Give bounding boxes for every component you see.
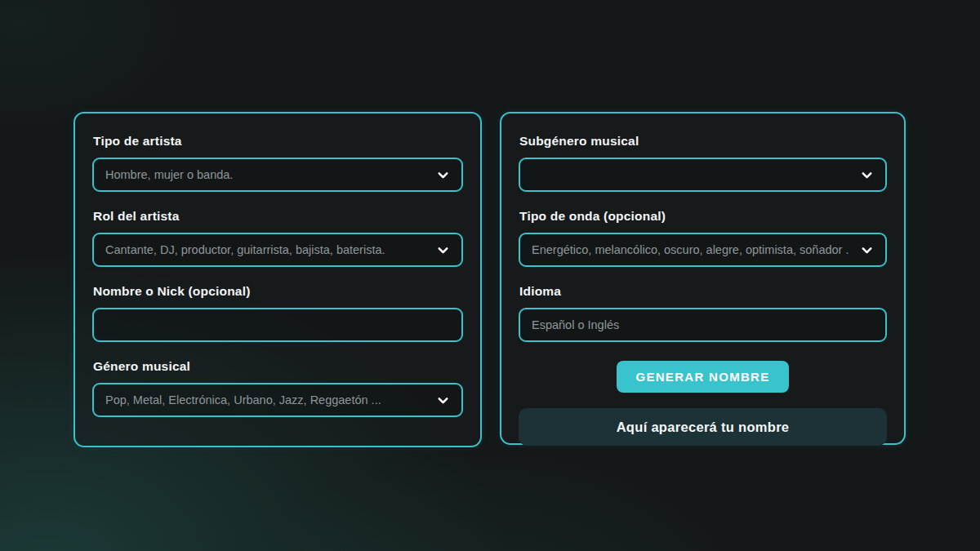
chevron-down-icon [859,242,875,258]
field-input[interactable] [520,309,885,340]
select-subgenero-musical[interactable] [519,158,887,192]
field-input[interactable] [94,159,435,190]
chevron-down-icon [859,167,875,183]
field-input[interactable] [94,384,435,415]
select-tipo-de-onda-opcional[interactable] [519,233,887,267]
input-nombre-o-nick-opcional[interactable] [92,308,463,342]
select-genero-musical[interactable] [92,383,463,417]
field-group: Género musical [92,359,463,417]
generate-name-button[interactable]: GENERAR NOMBRE [617,361,788,393]
input-idioma[interactable] [519,308,887,342]
field-label-genero-musical: Género musical [93,359,463,374]
field-input[interactable] [94,234,435,265]
right-fields-container: Subgénero musicalTipo de onda (opcional)… [519,134,887,342]
result-name-box: Aquí aparecerá tu nombre [519,408,887,446]
chevron-down-icon [435,242,451,258]
artist-form-panel: Tipo de artistaRol del artistaNombre o N… [74,112,482,447]
field-group: Subgénero musical [519,134,887,192]
field-group: Nombre o Nick (opcional) [92,284,463,342]
field-label-tipo-de-artista: Tipo de artista [93,134,463,149]
select-rol-del-artista[interactable] [92,233,463,267]
field-input[interactable] [520,234,859,265]
chevron-down-icon [435,167,451,183]
field-label-idioma: Idioma [519,284,887,299]
field-input[interactable] [520,159,859,190]
field-label-tipo-de-onda-opcional: Tipo de onda (opcional) [519,209,887,224]
select-tipo-de-artista[interactable] [92,158,463,192]
generator-panel: Subgénero musicalTipo de onda (opcional)… [500,112,906,445]
chevron-down-icon [435,393,451,408]
field-label-rol-del-artista: Rol del artista [93,209,463,224]
field-group: Tipo de onda (opcional) [519,209,887,267]
left-fields-container: Tipo de artistaRol del artistaNombre o N… [92,134,463,417]
field-input[interactable] [94,309,461,340]
field-group: Tipo de artista [92,134,463,192]
field-group: Idioma [519,284,887,342]
field-group: Rol del artista [92,209,463,267]
field-label-subgenero-musical: Subgénero musical [519,134,887,149]
field-label-nombre-o-nick-opcional: Nombre o Nick (opcional) [93,284,463,299]
